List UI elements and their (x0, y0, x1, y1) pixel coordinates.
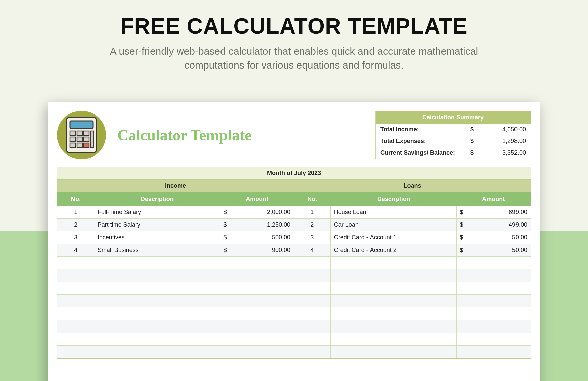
cell-no[interactable]: 3 (57, 231, 94, 244)
cell-amount[interactable]: $500.00 (220, 231, 294, 244)
cell-no[interactable]: 2 (57, 219, 94, 231)
cell-no[interactable] (57, 295, 94, 307)
cell-amount[interactable] (457, 320, 531, 333)
table-body: 1Full-Time Salary$2,000.001House Loan$69… (57, 206, 531, 358)
cell-no[interactable]: 3 (294, 231, 331, 244)
cell-desc[interactable] (331, 282, 457, 295)
cell-no[interactable] (294, 257, 331, 269)
cell-desc[interactable] (94, 346, 220, 358)
cell-no[interactable] (57, 307, 94, 320)
table-row (57, 320, 531, 333)
cell-amount[interactable] (220, 295, 294, 307)
cell-no[interactable] (294, 333, 331, 346)
cell-no[interactable] (294, 346, 331, 358)
data-grid: Month of July 2023 Income Loans No. Desc… (57, 167, 531, 359)
spreadsheet-card: Calculator Template Calculation Summary … (48, 102, 540, 381)
cell-no[interactable] (57, 333, 94, 346)
cell-amount[interactable] (457, 346, 531, 358)
cell-amount[interactable] (220, 320, 294, 333)
cell-desc[interactable] (94, 333, 220, 346)
cell-desc[interactable] (94, 282, 220, 295)
page-title: FREE CALCULATOR TEMPLATE (0, 0, 588, 39)
cell-desc[interactable]: Part time Salary (94, 219, 220, 231)
calculator-icon (57, 111, 106, 159)
cell-amount[interactable] (457, 257, 531, 269)
cell-no[interactable]: 1 (57, 206, 94, 219)
col-no: No. (294, 192, 331, 206)
cell-desc[interactable]: Small Business (94, 244, 220, 257)
section-income: Income (57, 180, 294, 192)
cell-no[interactable] (57, 269, 94, 282)
cell-desc[interactable]: Full-Time Salary (94, 206, 220, 219)
cell-no[interactable] (57, 346, 94, 358)
page-subtitle: A user-friendly web-based calculator tha… (94, 45, 494, 72)
cell-desc[interactable]: Credit Card - Account 2 (331, 244, 457, 257)
cell-amount[interactable] (220, 346, 294, 358)
cell-desc[interactable]: Car Loan (331, 219, 457, 231)
cell-desc[interactable] (94, 269, 220, 282)
cell-desc[interactable] (331, 307, 457, 320)
cell-desc[interactable] (331, 257, 457, 269)
cell-amount[interactable] (457, 295, 531, 307)
cell-no[interactable] (294, 307, 331, 320)
cell-no[interactable] (57, 257, 94, 269)
cell-desc[interactable] (331, 333, 457, 346)
cell-amount[interactable] (220, 333, 294, 346)
cell-no[interactable] (294, 269, 331, 282)
cell-no[interactable] (294, 320, 331, 333)
cell-desc[interactable] (331, 346, 457, 358)
cell-amount[interactable]: $699.00 (457, 206, 531, 219)
cell-amount[interactable]: $499.00 (457, 219, 531, 231)
cell-no[interactable]: 4 (294, 244, 331, 257)
cell-amount[interactable]: $2,000.00 (220, 206, 294, 219)
summary-currency: $ (470, 138, 482, 145)
cell-amount[interactable] (220, 307, 294, 320)
cell-desc[interactable] (331, 269, 457, 282)
col-no: No. (57, 192, 94, 206)
cell-desc[interactable] (331, 320, 457, 333)
summary-label: Total Expenses: (380, 138, 470, 145)
cell-desc[interactable] (94, 295, 220, 307)
cell-no[interactable] (57, 320, 94, 333)
cell-desc[interactable]: House Loan (331, 206, 457, 219)
cell-desc[interactable]: Incentives (94, 231, 220, 244)
cell-amount[interactable] (457, 269, 531, 282)
cell-no[interactable] (294, 295, 331, 307)
cell-desc[interactable] (94, 320, 220, 333)
cell-no[interactable]: 2 (294, 219, 331, 231)
cell-desc[interactable] (331, 295, 457, 307)
summary-row-balance: Current Savings/ Balance: $ 3,352.00 (376, 147, 531, 159)
month-header: Month of July 2023 (57, 167, 531, 180)
cell-amount[interactable]: $1,250.00 (220, 219, 294, 231)
section-loans: Loans (294, 180, 531, 192)
cell-amount[interactable] (220, 269, 294, 282)
sheet-title: Calculator Template (117, 126, 364, 144)
cell-no[interactable]: 4 (57, 244, 94, 257)
cell-desc[interactable] (94, 307, 220, 320)
cell-amount[interactable]: $900.00 (220, 244, 294, 257)
cell-no[interactable] (57, 282, 94, 295)
cell-amount[interactable] (220, 282, 294, 295)
table-row (57, 295, 531, 307)
cell-amount[interactable]: $50.00 (457, 244, 531, 257)
cell-amount[interactable] (457, 333, 531, 346)
cell-desc[interactable] (94, 257, 220, 269)
cell-no[interactable] (294, 282, 331, 295)
table-row (57, 307, 531, 320)
cell-desc[interactable]: Credit Card - Account 1 (331, 231, 457, 244)
table-row (57, 282, 531, 295)
table-row (57, 269, 531, 282)
cell-amount[interactable]: $50.00 (457, 231, 531, 244)
svg-rect-10 (84, 143, 89, 148)
table-row: 2Part time Salary$1,250.002Car Loan$499.… (57, 219, 531, 231)
summary-currency: $ (470, 149, 482, 156)
cell-no[interactable]: 1 (294, 206, 331, 219)
table-row: 3Incentives$500.003Credit Card - Account… (57, 231, 531, 244)
svg-rect-9 (77, 143, 82, 148)
cell-amount[interactable] (220, 257, 294, 269)
summary-row-expenses: Total Expenses: $ 1,298.00 (376, 135, 531, 147)
cell-amount[interactable] (457, 307, 531, 320)
calculation-summary: Calculation Summary Total Income: $ 4,65… (375, 111, 531, 159)
cell-amount[interactable] (457, 282, 531, 295)
svg-rect-2 (70, 131, 76, 136)
